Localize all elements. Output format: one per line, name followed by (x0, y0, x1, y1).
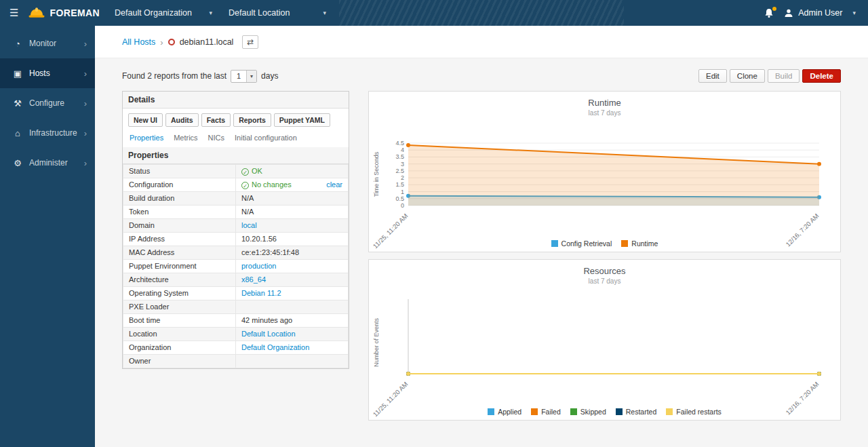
report-days-select[interactable]: 1 ▾ (231, 70, 257, 83)
chart-subtitle: last 7 days (369, 109, 840, 117)
sidebar-item-label: Infrastructure (29, 128, 77, 138)
content-row: Details New UIAuditsFactsReportsPuppet Y… (95, 91, 868, 421)
hosts-icon: ▣ (11, 69, 24, 79)
svg-text:1.5: 1.5 (395, 181, 404, 188)
legend-swatch (666, 408, 673, 415)
sidebar-item-hosts[interactable]: ▣Hosts› (0, 58, 95, 88)
domain-link[interactable]: local (241, 221, 257, 229)
breadcrumb: All Hosts › debian11.local ⇄ (95, 26, 868, 58)
property-label: Operating System (123, 287, 236, 300)
property-value (236, 300, 349, 314)
clone-button[interactable]: Clone (730, 69, 765, 83)
property-label: Domain (123, 219, 236, 233)
legend-item-failed[interactable]: Failed (531, 408, 561, 416)
breadcrumb-separator-icon: › (160, 37, 163, 47)
chart-subtitle: last 7 days (369, 277, 840, 286)
chevron-right-icon: › (84, 128, 87, 138)
ok-status-icon: ✓ (241, 182, 249, 189)
location-label: Default Location (229, 8, 290, 18)
breadcrumb-all-hosts-link[interactable]: All Hosts (122, 37, 155, 47)
monitor-icon: ◔ (11, 39, 24, 49)
value-text: ce:e1:23:45:1f:48 (241, 248, 299, 256)
organization-link[interactable]: Default Organization (241, 343, 309, 351)
delete-button[interactable]: Delete (802, 69, 841, 83)
sidebar-item-infrastructure[interactable]: ⌂Infrastructure› (0, 118, 95, 148)
legend-item-skipped[interactable]: Skipped (570, 408, 606, 416)
sidebar-item-label: Hosts (29, 69, 50, 78)
details-button-new-ui[interactable]: New UI (128, 113, 163, 127)
chart-canvas: Number of Events11/25, 11:20 AM12/16, 7:… (369, 286, 840, 419)
host-status-icon (168, 39, 175, 45)
property-label: PXE Loader (123, 300, 236, 314)
build-button[interactable]: Build (768, 69, 800, 83)
legend-item-failed-restarts[interactable]: Failed restarts (666, 408, 722, 416)
property-label: Location (123, 328, 236, 341)
edit-button[interactable]: Edit (698, 69, 727, 83)
chevron-down-icon: ▾ (210, 9, 213, 16)
svg-text:4: 4 (401, 147, 404, 153)
legend-item-runtime[interactable]: Runtime (621, 239, 658, 248)
property-label: Token (123, 206, 236, 219)
tab-nics[interactable]: NICs (208, 134, 224, 142)
legend-item-config-retrieval[interactable]: Config Retrieval (551, 239, 612, 248)
property-row-location: LocationDefault Location (123, 328, 349, 341)
sidebar-item-monitor[interactable]: ◔Monitor› (0, 28, 95, 58)
svg-text:0: 0 (401, 202, 404, 209)
details-button-puppet-yaml[interactable]: Puppet YAML (274, 113, 330, 127)
property-value: x86_64 (236, 273, 349, 287)
resources-chart-card: Resources last 7 days Number of Events11… (368, 259, 841, 421)
puppet-environment-link[interactable]: production (241, 262, 276, 270)
property-row-owner: Owner (123, 355, 349, 368)
legend-item-applied[interactable]: Applied (488, 408, 521, 416)
properties-header: Properties (123, 147, 349, 164)
breadcrumb-current-host: debian11.local (180, 37, 234, 47)
tab-properties[interactable]: Properties (130, 134, 163, 142)
property-label: Puppet Environment (123, 260, 236, 273)
tab-metrics[interactable]: Metrics (174, 134, 197, 142)
property-label: Owner (123, 355, 236, 368)
value-text: N/A (241, 208, 254, 216)
chevron-down-icon: ▾ (246, 71, 256, 82)
property-label: Boot time (123, 314, 236, 328)
report-text-prefix: Found 2 reports from the last (122, 71, 226, 81)
sidebar-item-administer[interactable]: ⚙Administer› (0, 148, 95, 178)
property-value: local (236, 219, 349, 233)
chart-legend: AppliedFailedSkippedRestartedFailed rest… (369, 408, 840, 416)
chart-title: Resources (369, 266, 840, 277)
notifications-bell-icon[interactable] (764, 8, 774, 18)
sidebar-item-configure[interactable]: ⚒Configure› (0, 88, 95, 118)
details-button-reports[interactable]: Reports (233, 113, 271, 127)
tab-initial-configuration[interactable]: Initial configuration (235, 134, 297, 142)
property-label: Organization (123, 341, 236, 355)
navbar-right: Admin User ▾ (764, 8, 868, 18)
property-value: production (236, 260, 349, 273)
foreman-logo[interactable]: FOREMAN (28, 7, 100, 19)
organization-selector[interactable]: Default Organization ▾ (106, 0, 220, 26)
ui-switcher-toggle[interactable]: ⇄ (242, 35, 258, 49)
hamburger-menu-icon[interactable]: ☰ (0, 7, 28, 19)
configure-icon: ⚒ (11, 98, 24, 109)
status-text: No changes (252, 180, 292, 189)
legend-swatch (488, 408, 494, 415)
svg-text:0.5: 0.5 (395, 195, 404, 202)
property-value: N/A (236, 206, 349, 219)
user-menu[interactable]: Admin User ▾ (784, 8, 856, 18)
organization-label: Default Organization (115, 8, 192, 18)
property-row-build-duration: Build durationN/A (123, 192, 349, 206)
report-days-value: 1 (231, 71, 246, 82)
details-button-facts[interactable]: Facts (201, 113, 231, 127)
sidebar-item-label: Administer (29, 158, 68, 168)
property-value: Default Organization (236, 341, 349, 355)
operating-system-link[interactable]: Debian 11.2 (241, 289, 281, 297)
property-row-token: TokenN/A (123, 206, 349, 219)
clear-link[interactable]: clear (326, 180, 342, 189)
chart-title: Runtime (369, 98, 840, 109)
legend-item-restarted[interactable]: Restarted (616, 408, 657, 416)
details-button-audits[interactable]: Audits (165, 113, 199, 127)
value-text: N/A (241, 194, 254, 202)
property-value: N/A (236, 192, 349, 206)
location-link[interactable]: Default Location (241, 330, 296, 338)
location-selector[interactable]: Default Location ▾ (220, 0, 334, 26)
details-panel: Details New UIAuditsFactsReportsPuppet Y… (122, 91, 349, 369)
architecture-link[interactable]: x86_64 (241, 275, 266, 284)
